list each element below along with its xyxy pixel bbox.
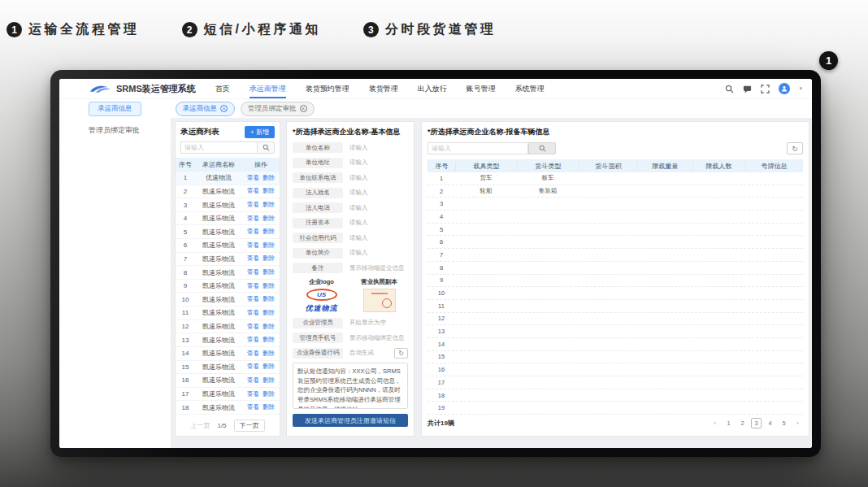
view-link[interactable]: 查看 (247, 254, 259, 262)
nav-item-3[interactable]: 装货管理 (369, 79, 398, 98)
nav-item-1[interactable]: 承运商管理 (250, 79, 286, 98)
delete-link[interactable]: 删除 (263, 350, 275, 357)
carrier-table-row[interactable]: 8凯速乐物流查看删除 (176, 266, 280, 280)
view-link[interactable]: 查看 (247, 363, 259, 370)
sidebar-item-carrier-info[interactable]: 承运商信息 (89, 102, 141, 116)
caret-down-icon[interactable]: ▾ (799, 85, 802, 92)
page-button-1[interactable]: 1 (723, 418, 734, 428)
nav-item-2[interactable]: 装货预约管理 (306, 79, 349, 98)
sms-template-text[interactable]: 默认短信通知内容：XXX公司，SRMS装运预约管理系统已生成贵公司信息，您的企业… (293, 363, 408, 409)
avatar[interactable] (779, 83, 790, 94)
delete-link[interactable]: 删除 (263, 295, 275, 302)
view-link[interactable]: 查看 (247, 187, 259, 194)
view-link[interactable]: 查看 (247, 309, 259, 316)
carrier-table-row[interactable]: 11凯速乐物流查看删除 (176, 307, 280, 320)
delete-link[interactable]: 删除 (263, 254, 275, 262)
carrier-table-row[interactable]: 7凯速乐物流查看删除 (176, 253, 280, 267)
vehicle-search-input[interactable] (427, 142, 528, 154)
nav-item-0[interactable]: 首页 (215, 79, 230, 98)
carrier-table-row[interactable]: 4凯速乐物流查看删除 (176, 212, 280, 226)
carrier-table-row[interactable]: 10凯速乐物流查看删除 (176, 293, 280, 307)
message-icon[interactable] (743, 85, 752, 93)
carrier-row-name: 凯速乐物流 (195, 403, 242, 412)
delete-link[interactable]: 删除 (263, 403, 275, 411)
vehicle-cell-seq: 19 (427, 404, 455, 411)
view-link[interactable]: 查看 (247, 241, 259, 249)
send-invite-sms-button[interactable]: 发送承运商管理员注册邀请短信 (293, 414, 408, 427)
next-page-button[interactable]: 下一页 (234, 420, 265, 432)
delete-link[interactable]: 删除 (263, 174, 275, 181)
view-link[interactable]: 查看 (247, 403, 259, 411)
delete-link[interactable]: 删除 (263, 363, 275, 370)
view-link[interactable]: 查看 (247, 336, 259, 343)
carrier-search-button[interactable] (257, 141, 275, 154)
carrier-table-row[interactable]: 15凯速乐物流查看删除 (176, 361, 280, 375)
view-link[interactable]: 查看 (247, 376, 259, 384)
carrier-table-row[interactable]: 1优速物流查看删除 (176, 172, 280, 185)
delete-link[interactable]: 删除 (263, 228, 275, 235)
carrier-table-row[interactable]: 16凯速乐物流查看删除 (176, 374, 280, 388)
carrier-table-row[interactable]: 3凯速乐物流查看删除 (176, 198, 280, 212)
nav-item-6[interactable]: 系统管理 (515, 79, 545, 98)
delete-link[interactable]: 删除 (263, 187, 275, 194)
carrier-table-row[interactable]: 9凯速乐物流查看删除 (176, 280, 280, 294)
view-link[interactable]: 查看 (247, 268, 259, 276)
business-license-image[interactable] (363, 289, 396, 312)
close-icon[interactable]: × (300, 105, 307, 112)
carrier-table-row[interactable]: 5凯速乐物流查看删除 (176, 225, 280, 239)
delete-link[interactable]: 删除 (263, 241, 275, 249)
view-link[interactable]: 查看 (247, 295, 259, 302)
vehicle-table-row: 7 (427, 249, 803, 262)
carrier-row-actions: 查看删除 (242, 254, 280, 263)
close-icon[interactable]: × (220, 105, 228, 112)
tab-1[interactable]: 管理员绑定审批× (241, 102, 315, 116)
view-link[interactable]: 查看 (247, 323, 259, 330)
view-link[interactable]: 查看 (247, 350, 259, 357)
passcode-refresh-icon[interactable]: ↻ (394, 348, 408, 359)
nav-item-5[interactable]: 账号管理 (467, 79, 496, 98)
vehicle-search-button[interactable] (528, 142, 556, 154)
delete-link[interactable]: 删除 (263, 390, 275, 398)
search-icon[interactable] (725, 85, 734, 93)
carrier-row-seq: 18 (176, 404, 195, 411)
tab-0[interactable]: 承运商信息× (176, 102, 236, 116)
delete-link[interactable]: 删除 (263, 201, 275, 208)
delete-link[interactable]: 删除 (263, 376, 275, 384)
delete-link[interactable]: 删除 (263, 282, 275, 289)
carrier-table-row[interactable]: 14凯速乐物流查看删除 (176, 347, 280, 361)
carrier-table-row[interactable]: 2凯速乐物流查看删除 (176, 185, 280, 199)
delete-link[interactable]: 删除 (263, 268, 275, 276)
view-link[interactable]: 查看 (247, 201, 259, 208)
view-link[interactable]: 查看 (247, 228, 259, 235)
fullscreen-icon[interactable] (761, 85, 770, 93)
prev-page-icon[interactable]: ‹ (710, 418, 720, 428)
carrier-table-row[interactable]: 17凯速乐物流查看删除 (176, 388, 280, 402)
carrier-row-seq: 8 (176, 269, 195, 276)
carrier-table-row[interactable]: 13凯速乐物流查看删除 (176, 333, 280, 347)
vehicle-table-body: 1货车板车2轮船集装箱345678910111213141516171819 (427, 172, 803, 415)
nav-item-4[interactable]: 出入放行 (418, 79, 447, 98)
delete-link[interactable]: 删除 (263, 336, 275, 343)
next-page-icon[interactable]: › (792, 418, 803, 428)
vehicle-refresh-icon[interactable]: ↻ (787, 142, 803, 154)
prev-page-button[interactable]: 上一页 (190, 421, 210, 430)
carrier-table-row[interactable]: 12凯速乐物流查看删除 (176, 320, 280, 334)
add-carrier-button[interactable]: + 新增 (245, 126, 275, 138)
sidebar-item-admin-binding-approval[interactable]: 管理员绑定审批 (59, 118, 171, 136)
carrier-table-row[interactable]: 18凯速乐物流查看删除 (176, 401, 280, 415)
delete-link[interactable]: 删除 (263, 215, 275, 222)
carrier-search-input[interactable] (180, 141, 257, 154)
vehicle-table-row: 6 (427, 236, 803, 249)
page-button-5[interactable]: 5 (779, 418, 789, 428)
vehicle-table-row: 13 (427, 325, 803, 338)
page-button-2[interactable]: 2 (737, 418, 748, 428)
page-button-3[interactable]: 3 (751, 418, 762, 428)
page-button-4[interactable]: 4 (765, 418, 775, 428)
view-link[interactable]: 查看 (247, 174, 259, 181)
carrier-table-row[interactable]: 6凯速乐物流查看删除 (176, 239, 280, 253)
view-link[interactable]: 查看 (247, 390, 259, 398)
delete-link[interactable]: 删除 (263, 309, 275, 316)
view-link[interactable]: 查看 (247, 282, 259, 289)
view-link[interactable]: 查看 (247, 215, 259, 222)
delete-link[interactable]: 删除 (263, 323, 275, 330)
